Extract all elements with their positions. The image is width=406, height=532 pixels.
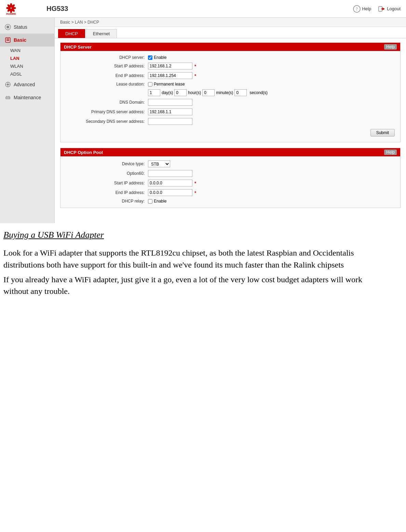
advanced-icon	[5, 81, 11, 88]
end-ip-input[interactable]	[148, 72, 192, 79]
dhcp-server-panel: DHCP Server Help DHCP server: Enable	[60, 42, 401, 142]
duration-row: day(s) hour(s) minute(s) second(s)	[60, 88, 400, 98]
sidebar-sub-adsl[interactable]: ADSL	[0, 70, 54, 78]
dhcp-server-help-btn[interactable]: Help	[384, 44, 397, 50]
pool-end-ip-input[interactable]	[148, 189, 192, 196]
device-type-value: STB PC Phone	[148, 160, 395, 167]
sidebar-item-advanced[interactable]: Advanced	[0, 78, 54, 91]
sidebar: Status Basic WAN LAN WLAN ADSL Ad	[0, 18, 55, 223]
primary-dns-label: Primary DNS server address:	[66, 109, 148, 114]
pool-end-ip-value: *	[148, 189, 395, 196]
pool-start-ip-input[interactable]	[148, 180, 192, 186]
pool-start-ip-label: Start IP address:	[66, 181, 148, 185]
submit-button[interactable]: Submit	[370, 129, 395, 137]
article-paragraph-1: Look for a WiFi adapter that supports th…	[3, 247, 373, 271]
article-body: Look for a WiFi adapter that supports th…	[3, 247, 373, 297]
device-type-label: Device type:	[66, 161, 148, 166]
start-ip-row: Start IP address: *	[60, 61, 400, 71]
duration-fields: day(s) hour(s) minute(s) second(s)	[148, 89, 268, 96]
dhcp-enable-checkbox[interactable]	[148, 55, 152, 60]
svg-text:HUAWEI: HUAWEI	[6, 12, 16, 15]
secondary-dns-input[interactable]	[148, 118, 192, 125]
dhcp-relay-label: DHCP relay:	[66, 199, 148, 204]
article-title: Buying a USB WiFi Adapter	[3, 230, 373, 240]
dhcp-relay-value: Enable	[148, 199, 395, 204]
option60-input[interactable]	[148, 170, 192, 177]
device-type-select[interactable]: STB PC Phone	[148, 160, 170, 167]
days-input[interactable]	[148, 89, 160, 96]
dns-domain-row: DNS Domain:	[60, 98, 400, 107]
tab-ethernet[interactable]: Ethernet	[86, 29, 117, 38]
dhcp-option-pool-header: DHCP Option Pool Help	[60, 148, 400, 156]
seconds-label: second(s)	[249, 90, 268, 95]
option60-value	[148, 170, 395, 177]
dhcp-server-form: DHCP server: Enable Start IP address: *	[60, 51, 400, 142]
dhcp-server-title: DHCP Server	[64, 44, 92, 50]
logout-icon	[378, 5, 385, 13]
pool-start-ip-asterisk: *	[194, 181, 196, 186]
start-ip-label: Start IP address:	[66, 64, 148, 68]
dns-domain-input[interactable]	[148, 99, 192, 106]
dhcp-server-value: Enable	[148, 55, 395, 60]
sidebar-sub-wan[interactable]: WAN	[0, 47, 54, 54]
main-layout: Status Basic WAN LAN WLAN ADSL Ad	[0, 18, 406, 223]
sidebar-sub-lan[interactable]: LAN	[0, 54, 54, 62]
pool-end-ip-asterisk: *	[194, 190, 196, 195]
dhcp-relay-checkbox[interactable]	[148, 199, 152, 204]
end-ip-asterisk: *	[194, 73, 196, 78]
svg-text:?: ?	[356, 7, 358, 11]
days-label: day(s)	[162, 90, 173, 95]
hours-label: hour(s)	[188, 90, 201, 95]
lease-value: Permanent lease	[148, 82, 395, 87]
dhcp-server-header: DHCP Server Help	[60, 43, 400, 51]
breadcrumb: Basic > LAN > DHCP	[55, 18, 406, 27]
tab-dhcp[interactable]: DHCP	[58, 29, 85, 38]
logout-link[interactable]: Logout	[378, 5, 401, 13]
dhcp-option-pool-panel: DHCP Option Pool Help Device type: STB P…	[60, 148, 401, 208]
minutes-label: minute(s)	[216, 90, 233, 95]
option60-label: Option60:	[66, 171, 148, 176]
permanent-lease-checkbox[interactable]	[148, 82, 152, 87]
help-link[interactable]: ? Help	[353, 5, 371, 13]
start-ip-input[interactable]	[148, 63, 192, 69]
start-ip-asterisk: *	[194, 64, 196, 69]
end-ip-value: *	[148, 72, 395, 79]
dhcp-enable-checkbox-label[interactable]: Enable	[148, 55, 166, 60]
dhcp-server-enable-row: DHCP server: Enable	[60, 54, 400, 61]
option60-row: Option60:	[60, 169, 400, 178]
seconds-input[interactable]	[234, 89, 247, 96]
dhcp-option-pool-help-btn[interactable]: Help	[384, 150, 397, 155]
status-icon	[5, 24, 11, 30]
maintenance-icon	[5, 94, 11, 101]
top-right-nav: ? Help Logout	[353, 5, 401, 13]
device-type-row: Device type: STB PC Phone	[60, 159, 400, 169]
primary-dns-row: Primary DNS server address:	[60, 107, 400, 117]
sidebar-sub-wlan[interactable]: WLAN	[0, 62, 54, 70]
duration-inputs: day(s) hour(s) minute(s) second(s)	[148, 89, 395, 96]
submit-row: Submit	[60, 126, 400, 139]
article-section: Buying a USB WiFi Adapter Look for a WiF…	[0, 223, 376, 307]
pool-end-ip-row: End IP address: *	[60, 188, 400, 197]
pool-end-ip-label: End IP address:	[66, 190, 148, 195]
content-area: Basic > LAN > DHCP DHCP Ethernet DHCP Se…	[55, 18, 406, 223]
sidebar-item-status[interactable]: Status	[0, 21, 54, 34]
lease-row: Lease duration: Permanent lease	[60, 80, 400, 88]
permanent-lease-label[interactable]: Permanent lease	[148, 82, 185, 87]
help-icon: ?	[353, 5, 361, 13]
huawei-logo-icon: HUAWEI	[5, 2, 26, 16]
hours-input[interactable]	[174, 89, 187, 96]
top-bar: HUAWEI HG533 ? Help Logout	[0, 0, 406, 18]
dhcp-server-label: DHCP server:	[66, 55, 148, 60]
dhcp-relay-checkbox-label[interactable]: Enable	[148, 199, 166, 204]
end-ip-row: End IP address: *	[60, 71, 400, 80]
tab-bar: DHCP Ethernet	[55, 27, 406, 38]
svg-rect-17	[6, 39, 9, 39]
dhcp-option-pool-form: Device type: STB PC Phone Option60:	[60, 156, 400, 208]
minutes-input[interactable]	[202, 89, 215, 96]
sidebar-item-basic[interactable]: Basic	[0, 34, 54, 47]
dhcp-option-pool-title: DHCP Option Pool	[64, 150, 103, 155]
secondary-dns-value	[148, 118, 395, 125]
model-title: HG533	[46, 5, 68, 13]
sidebar-item-maintenance[interactable]: Maintenance	[0, 91, 54, 104]
primary-dns-input[interactable]	[148, 108, 192, 115]
